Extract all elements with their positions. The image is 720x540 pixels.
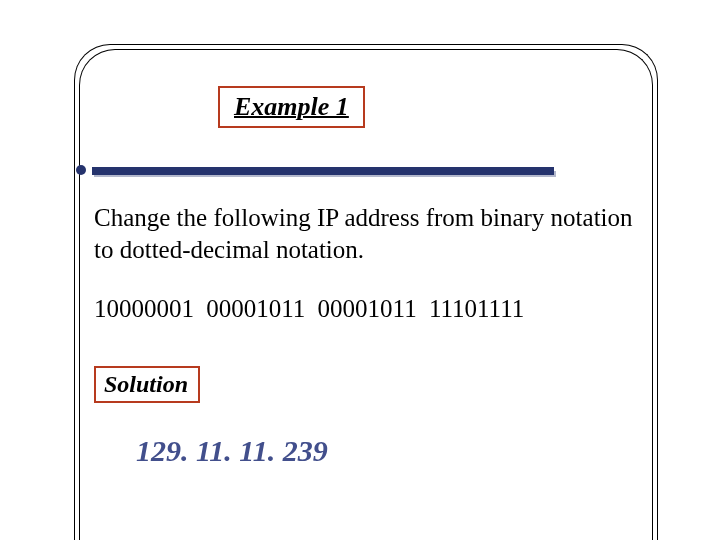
example-title: Example 1 bbox=[234, 92, 349, 121]
answer-text: 129. 11. 11. 239 bbox=[136, 434, 328, 468]
solution-label: Solution bbox=[104, 371, 188, 397]
underline-bar bbox=[92, 167, 554, 175]
slide: Example 1 Change the following IP addres… bbox=[0, 0, 720, 540]
solution-label-box: Solution bbox=[94, 366, 200, 403]
binary-ip: 10000001 00001011 00001011 11101111 bbox=[94, 295, 654, 323]
example-title-box: Example 1 bbox=[218, 86, 365, 128]
problem-statement: Change the following IP address from bin… bbox=[94, 202, 654, 266]
underline-bullet-icon bbox=[76, 165, 86, 175]
